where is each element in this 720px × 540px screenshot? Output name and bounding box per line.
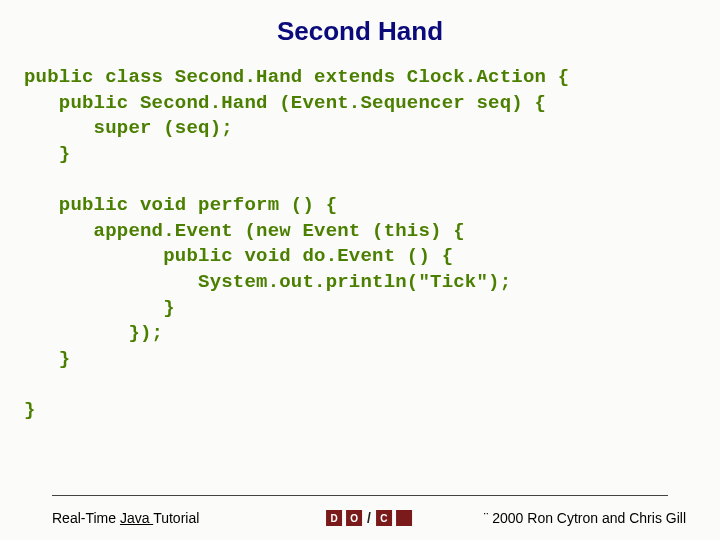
slide: Second Hand public class Second.Hand ext… [0, 0, 720, 540]
footer-divider [52, 495, 668, 496]
footer-left-underline: Java [120, 510, 153, 526]
logo-slash-icon: / [366, 510, 372, 526]
footer-right: ¨ 2000 Ron Cytron and Chris Gill [484, 510, 686, 526]
logo-chip-d: D [326, 510, 342, 526]
slide-title: Second Hand [24, 16, 696, 47]
logo-chip-c: C [376, 510, 392, 526]
logo-chip-blank [396, 510, 412, 526]
footer-logo: D O / C [326, 510, 412, 526]
logo-chip-o: O [346, 510, 362, 526]
footer-left: Real-Time Java Tutorial [52, 510, 199, 526]
footer-left-prefix: Real-Time [52, 510, 120, 526]
footer-left-suffix: Tutorial [153, 510, 199, 526]
code-block: public class Second.Hand extends Clock.A… [24, 65, 696, 424]
footer: Real-Time Java Tutorial D O / C ¨ 2000 R… [52, 510, 686, 526]
